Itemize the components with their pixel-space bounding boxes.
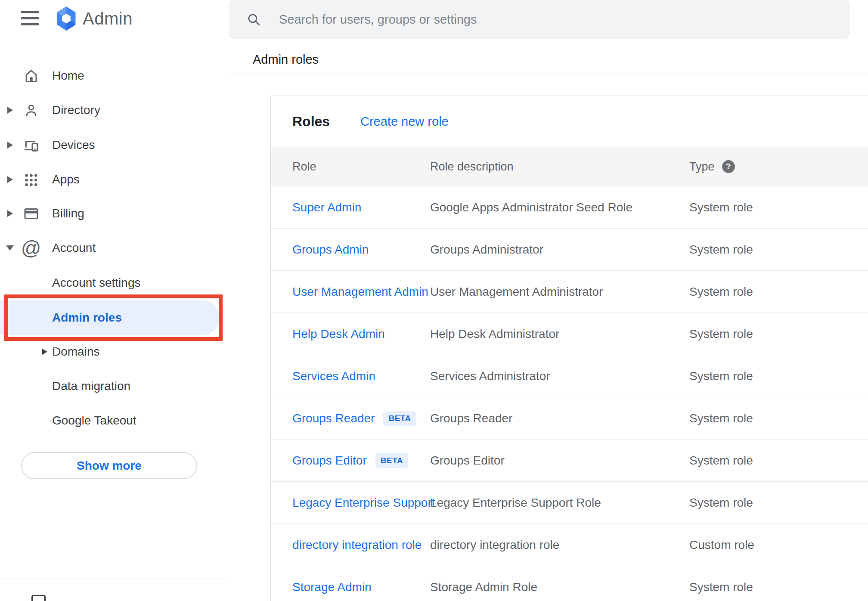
column-header-role: Role [271, 160, 430, 173]
table-row: Help Desk AdminHelp Desk AdministratorSy… [271, 313, 868, 355]
beta-badge: BETA [383, 411, 416, 426]
sidebar-divider [0, 579, 229, 579]
home-icon [22, 67, 40, 84]
role-link[interactable]: Groups Admin [292, 243, 369, 257]
table-row: Super AdminGoogle Apps Administrator See… [271, 186, 868, 229]
sidebar-item-devices[interactable]: Devices [0, 128, 229, 162]
sidebar-item-domains[interactable]: Domains [0, 335, 229, 369]
sidebar-item-label: Google Takeout [52, 414, 136, 428]
role-link[interactable]: Groups Reader [292, 412, 375, 425]
role-description: directory integration role [430, 538, 689, 552]
show-more-button[interactable]: Show more [21, 452, 197, 479]
role-description: Groups Administrator [430, 243, 689, 257]
sidebar-item-label: Home [52, 69, 84, 83]
table-row: Groups AdminGroups AdministratorSystem r… [271, 229, 868, 271]
sidebar-item-label: Account [52, 241, 96, 255]
person-icon [22, 102, 40, 119]
table-row: directory integration roledirectory inte… [271, 524, 868, 566]
expand-arrow-icon[interactable] [7, 176, 13, 183]
sidebar-item-label: Directory [52, 103, 100, 117]
admin-logo-icon [55, 6, 78, 31]
expand-arrow-icon[interactable] [42, 349, 47, 355]
role-link[interactable]: Groups Editor [292, 454, 367, 468]
role-type: System role [689, 454, 868, 468]
credit-card-icon [22, 205, 40, 222]
apps-grid-icon [22, 171, 40, 188]
role-type: System role [689, 243, 868, 257]
sidebar-item-label: Domains [52, 345, 99, 359]
clipped-menu-icon [31, 595, 46, 601]
roles-title: Roles [292, 114, 330, 130]
at-sign-icon: @ [22, 239, 40, 257]
roles-card-header: Roles Create new role [271, 96, 868, 147]
role-type: System role [689, 285, 868, 299]
role-type: Custom role [689, 538, 868, 552]
roles-card: Roles Create new role Role Role descript… [270, 96, 868, 601]
role-type: System role [689, 201, 868, 214]
sidebar-item-label: Admin roles [52, 311, 122, 325]
sidebar-item-google-takeout[interactable]: Google Takeout [0, 403, 229, 438]
sidebar-item-home[interactable]: Home [0, 59, 229, 93]
sidebar-item-label: Data migration [52, 379, 130, 393]
role-link[interactable]: Legacy Enterprise Support [292, 496, 435, 510]
sidebar-item-label: Account settings [52, 276, 140, 290]
sidebar: Admin Home Directory Devices [0, 0, 229, 601]
role-description: User Management Administrator [430, 285, 689, 299]
table-row: Storage AdminStorage Admin RoleSystem ro… [271, 566, 868, 601]
role-link[interactable]: directory integration role [292, 538, 422, 552]
search-input[interactable]: Search for users, groups or settings [279, 12, 477, 27]
role-description: Groups Reader [430, 412, 689, 425]
table-row: Groups ReaderBETAGroups ReaderSystem rol… [271, 397, 868, 440]
role-link[interactable]: Storage Admin [292, 580, 372, 594]
search-bar[interactable]: Search for users, groups or settings [229, 0, 850, 39]
role-type: System role [689, 369, 868, 383]
sidebar-item-apps[interactable]: Apps [0, 162, 229, 197]
app-title: Admin [83, 9, 133, 28]
sidebar-item-label: Billing [52, 207, 84, 220]
sidebar-item-label: Apps [52, 173, 80, 186]
role-description: Storage Admin Role [430, 580, 689, 594]
sidebar-item-account[interactable]: @ Account [0, 231, 229, 265]
role-description: Legacy Enterprise Support Role [430, 496, 689, 510]
role-link[interactable]: Services Admin [292, 369, 375, 383]
roles-table-body: Super AdminGoogle Apps Administrator See… [271, 186, 868, 601]
search-icon [246, 12, 261, 27]
table-row: User Management AdminUser Management Adm… [271, 271, 868, 313]
divider [229, 74, 868, 74]
sidebar-item-admin-roles[interactable]: Admin roles [0, 300, 220, 335]
table-row: Services AdminServices AdministratorSyst… [271, 355, 868, 397]
table-row: Legacy Enterprise SupportLegacy Enterpri… [271, 482, 868, 524]
table-row: Groups EditorBETAGroups EditorSystem rol… [271, 440, 868, 482]
type-label: Type [689, 160, 715, 173]
sidebar-item-label: Devices [52, 138, 95, 152]
role-type: System role [689, 580, 868, 594]
role-description: Help Desk Administrator [430, 327, 689, 341]
page-title: Admin roles [253, 53, 319, 67]
role-type: System role [689, 412, 868, 425]
role-link[interactable]: User Management Admin [292, 285, 428, 299]
collapse-arrow-icon[interactable] [6, 245, 14, 251]
role-type: System role [689, 327, 868, 341]
admin-console-page: { "app": { "logo_text": "Admin" }, "topb… [0, 0, 868, 601]
create-new-role-link[interactable]: Create new role [360, 115, 449, 129]
column-header-description: Role description [430, 160, 689, 173]
role-link[interactable]: Help Desk Admin [292, 327, 385, 341]
role-type: System role [689, 496, 868, 510]
sidebar-item-data-migration[interactable]: Data migration [0, 369, 229, 403]
sidebar-item-account-settings[interactable]: Account settings [0, 266, 229, 300]
help-icon[interactable]: ? [722, 160, 735, 173]
expand-arrow-icon[interactable] [7, 142, 13, 149]
role-description: Services Administrator [430, 369, 689, 383]
role-description: Google Apps Administrator Seed Role [430, 201, 689, 214]
role-description: Groups Editor [430, 454, 689, 468]
expand-arrow-icon[interactable] [7, 210, 13, 217]
table-header-row: Role Role description Type ? [271, 147, 868, 186]
role-link[interactable]: Super Admin [292, 201, 361, 214]
hamburger-menu-icon[interactable] [21, 11, 39, 25]
devices-icon [22, 136, 40, 154]
sidebar-item-directory[interactable]: Directory [0, 93, 229, 127]
column-header-type: Type ? [689, 160, 868, 173]
sidebar-item-billing[interactable]: Billing [0, 196, 229, 231]
expand-arrow-icon[interactable] [7, 107, 13, 114]
beta-badge: BETA [375, 453, 408, 468]
